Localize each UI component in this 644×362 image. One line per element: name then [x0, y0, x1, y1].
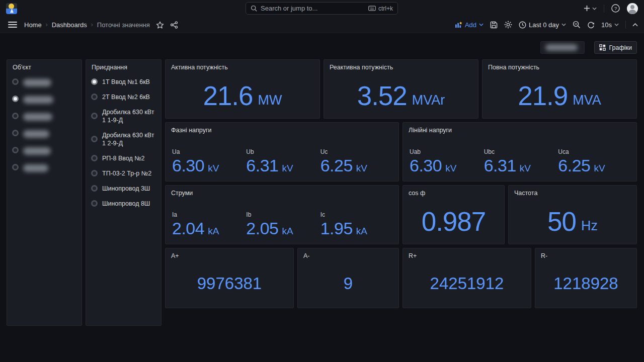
refresh-interval-picker[interactable]: 10s	[601, 21, 619, 29]
connection-option[interactable]: 2Т Ввод №2 6кВ	[91, 93, 156, 101]
breadcrumb-separator: ›	[91, 21, 93, 28]
chevron-down-icon	[614, 23, 619, 26]
panel-title-apparent-power[interactable]: Повна потужність	[482, 60, 636, 71]
panel-title-reactive-power[interactable]: Реактивна потужність	[324, 60, 478, 71]
breadcrumb-dashboards[interactable]: Dashboards	[52, 21, 87, 29]
star-icon[interactable]	[156, 21, 164, 29]
panel-connection: Приєднання 1Т Ввод №1 6кВ 2Т Ввод №2 6кВ…	[86, 59, 162, 326]
panel-energy-a-minus: A- 9	[297, 248, 399, 308]
gear-icon	[504, 21, 512, 29]
redacted-button[interactable]	[540, 41, 585, 54]
zoom-out-time-button[interactable]	[573, 21, 581, 29]
dashboard-settings-button[interactable]	[504, 21, 512, 29]
stat-reactive-power: 3.52 MVAr	[324, 73, 478, 118]
zoom-out-icon	[573, 21, 581, 29]
stat-label: Uca	[558, 148, 632, 155]
collapse-toolbar-button[interactable]	[632, 23, 638, 27]
panel-active-power: Активна потужність 21.6 MW	[165, 59, 320, 119]
add-label: Add	[465, 21, 476, 29]
stat-unit: kA	[208, 226, 219, 237]
apps-grid-icon	[599, 44, 606, 51]
radio-icon	[12, 113, 19, 119]
panel-title-line-voltages[interactable]: Лінійні напруги	[403, 123, 636, 134]
panel-frequency: Частота 50 Hz	[508, 185, 637, 244]
stat-label: Uc	[320, 148, 394, 155]
save-dashboard-button[interactable]	[490, 21, 498, 29]
panel-title-a-plus[interactable]: A+	[166, 248, 293, 260]
redacted-option-label	[23, 147, 51, 155]
charts-button-label: Графіки	[609, 44, 632, 51]
user-avatar[interactable]	[627, 3, 638, 14]
panel-title-r-minus[interactable]: R-	[535, 248, 636, 260]
panel-energy-a-plus: A+ 9976381	[165, 248, 294, 308]
panel-energy-r-minus: R- 1218928	[535, 248, 637, 308]
stat-value: 9976381	[197, 274, 262, 293]
stat-unit: kV	[282, 163, 293, 174]
stat-value: 24251912	[430, 274, 504, 293]
stat-value: 1.95	[320, 219, 353, 238]
breadcrumb-home[interactable]: Home	[24, 21, 42, 29]
org-logo[interactable]	[6, 3, 17, 14]
stat-a-minus: 9	[298, 259, 398, 308]
radio-checked-icon	[91, 78, 98, 85]
panel-title-connection[interactable]: Приєднання	[86, 60, 161, 71]
stat-r-plus: 24251912	[403, 259, 531, 308]
stat-value: 6.31	[246, 156, 278, 175]
connection-option[interactable]: 1Т Ввод №1 6кВ	[91, 78, 156, 86]
stat-active-power: 21.6 MW	[166, 73, 319, 118]
panel-title-frequency[interactable]: Частота	[509, 186, 636, 197]
stat-ib: Ib 2.05kA	[246, 201, 320, 238]
share-icon[interactable]	[170, 21, 178, 29]
panel-title-object[interactable]: Об'єкт	[7, 60, 82, 71]
radio-checked-icon	[12, 96, 19, 102]
add-panel-button[interactable]: Add	[455, 21, 484, 29]
object-option-redacted[interactable]	[12, 112, 76, 121]
panel-title-r-plus[interactable]: R+	[403, 248, 531, 260]
stat-value: 50	[547, 206, 576, 237]
object-option-redacted[interactable]	[12, 78, 76, 86]
radio-icon	[91, 200, 98, 207]
stat-ub: Ub 6.31kV	[246, 138, 320, 175]
panel-title-cos-phi[interactable]: cos ф	[403, 186, 504, 197]
panel-reactive-power: Реактивна потужність 3.52 MVAr	[324, 59, 478, 119]
add-panel-icon	[455, 22, 462, 28]
time-range-picker[interactable]: Last 0 day	[519, 21, 566, 29]
panel-title-phase-voltages[interactable]: Фазні напруги	[166, 123, 398, 134]
connection-option[interactable]: ТП-03-2 Тр-р №2	[91, 169, 156, 177]
connection-option[interactable]: Шинопровод 3Ш	[91, 185, 156, 193]
connection-option[interactable]: Дробилка 630 кВт 1 1-9-Д	[91, 108, 156, 124]
object-option-redacted[interactable]	[12, 163, 76, 172]
connection-option[interactable]: Дробилка 630 кВт 1 2-9-Д	[91, 131, 156, 147]
chevron-down-icon	[479, 23, 484, 26]
stat-value: 3.52	[357, 80, 407, 111]
object-option-redacted[interactable]	[12, 146, 76, 155]
object-option-redacted[interactable]	[12, 129, 76, 138]
charts-link-button[interactable]: Графіки	[594, 41, 637, 54]
stat-ia: Ia 2.04kA	[172, 201, 246, 238]
stat-unit: MVA	[573, 83, 601, 108]
panel-title-a-minus[interactable]: A-	[298, 248, 398, 260]
stat-r-minus: 1218928	[535, 259, 636, 308]
refresh-button[interactable]	[587, 21, 595, 29]
stat-cos-phi: 0.987	[403, 199, 504, 244]
object-option-redacted[interactable]	[12, 95, 76, 104]
refresh-interval-label: 10s	[601, 21, 612, 29]
menu-toggle-button[interactable]	[8, 22, 17, 28]
radio-icon	[12, 78, 19, 85]
new-menu-button[interactable]	[584, 5, 597, 12]
panel-title-currents[interactable]: Струми	[166, 186, 398, 197]
stat-unit: kV	[520, 163, 531, 174]
divider	[625, 21, 626, 29]
save-icon	[490, 21, 498, 29]
stat-ubc: Ubc 6.31kV	[484, 138, 558, 175]
stat-label: Ic	[320, 211, 394, 218]
option-label: 1Т Ввод №1 6кВ	[102, 78, 150, 86]
help-button[interactable]: ?	[611, 4, 620, 13]
stat-unit: kV	[594, 163, 605, 174]
stat-value: 6.25	[320, 156, 353, 175]
search-input[interactable]: Search or jump to... ctrl+k	[246, 2, 398, 15]
connection-option[interactable]: Шинопровод 8Ш	[91, 200, 156, 208]
panel-title-active-power[interactable]: Активна потужність	[166, 60, 319, 71]
stat-value: 9	[344, 274, 353, 293]
connection-option[interactable]: РП-8 Ввод №2	[91, 154, 156, 162]
